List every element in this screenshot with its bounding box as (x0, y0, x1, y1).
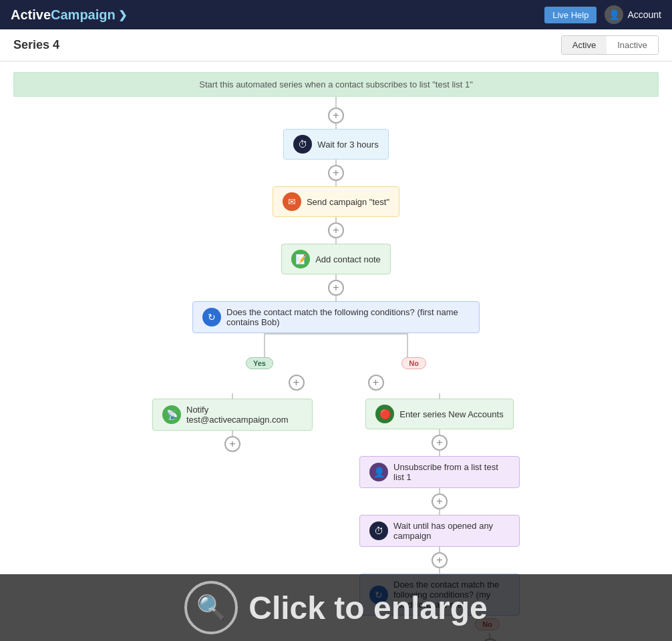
series-title: Series 4 (13, 38, 59, 52)
series-label: Enter series New Accounts (399, 409, 503, 419)
active-status-button[interactable]: Active (562, 36, 607, 54)
wait-campaign-node[interactable]: ⏱ Wait until has opened any campaign (359, 515, 520, 547)
wait-icon: ⏱ (293, 135, 312, 154)
flow-canvas: Start this automated series when a conta… (0, 61, 672, 641)
live-help-button[interactable]: Live Help (544, 7, 597, 23)
notify-label: Notify test@activecampaign.com (186, 405, 303, 425)
notify-icon: 📡 (162, 405, 181, 424)
unsubscribe-node[interactable]: 👤 Unsubscribe from a list test list 1 (359, 456, 520, 488)
logo-active-text: Active (11, 7, 51, 23)
condition1-icon: ↻ (202, 308, 221, 327)
branch-add-buttons: + + (192, 375, 480, 391)
add-button-after-wait[interactable]: + (328, 165, 344, 181)
account-avatar-icon: 👤 (605, 5, 623, 24)
logo-arrow-icon: ❯ (118, 9, 127, 21)
condition1-node-row: ↻ Does the contact match the following c… (192, 301, 480, 333)
app-logo: ActiveCampaign ❯ (11, 7, 127, 23)
note-label: Add contact note (315, 254, 381, 264)
condition1-label: Does the contact match the following con… (226, 307, 470, 327)
status-toggle: Active Inactive (561, 35, 659, 55)
add-button-yes-branch[interactable]: + (289, 375, 305, 391)
series-icon: 🔴 (375, 405, 394, 423)
branch-lines (192, 333, 480, 357)
wait-label: Wait for 3 hours (317, 140, 378, 150)
note-icon: 📝 (291, 250, 310, 268)
sub-header: Series 4 Active Inactive (0, 29, 672, 61)
add-button-after-unsubscribe[interactable]: + (432, 493, 448, 509)
condition1-node[interactable]: ↻ Does the contact match the following c… (192, 301, 480, 333)
series-node[interactable]: 🔴 Enter series New Accounts (365, 399, 513, 429)
start-banner: Start this automated series when a conta… (13, 72, 659, 97)
magnify-icon: 🔍 (184, 581, 238, 634)
add-button-after-send[interactable]: + (328, 222, 344, 238)
send-label: Send campaign "test" (307, 197, 389, 207)
app-header: ActiveCampaign ❯ Live Help 👤 Account (0, 0, 672, 29)
enlarge-overlay[interactable]: 🔍 Click to enlarge (0, 574, 672, 641)
add-button-no-branch[interactable]: + (368, 375, 384, 391)
add-button-top[interactable]: + (328, 108, 344, 124)
flow-wrapper: + ⏱ Wait for 3 hours + ✉ Send campaign "… (0, 97, 672, 641)
send-node-row: ✉ Send campaign "test" + (273, 186, 399, 244)
yes-badge: Yes (246, 357, 273, 369)
add-button-after-note[interactable]: + (328, 280, 344, 296)
wait-campaign-label: Wait until has opened any campaign (393, 521, 510, 541)
logo-campaign-text: Campaign (51, 7, 116, 23)
send-node[interactable]: ✉ Send campaign "test" (273, 186, 399, 217)
send-icon: ✉ (283, 192, 301, 211)
unsubscribe-icon: 👤 (369, 463, 388, 481)
inactive-status-button[interactable]: Inactive (607, 36, 658, 54)
wait-node-row: ⏱ Wait for 3 hours + (283, 129, 388, 186)
wait-campaign-icon: ⏱ (369, 521, 388, 540)
notify-node[interactable]: 📡 Notify test@activecampaign.com (152, 399, 313, 431)
header-actions: Live Help 👤 Account (544, 5, 661, 24)
add-button-after-wait-campaign[interactable]: + (432, 552, 448, 568)
node-row-top: + (328, 97, 344, 129)
note-node[interactable]: 📝 Add contact note (281, 244, 391, 274)
yes-no-badges: Yes No (192, 357, 480, 372)
note-node-row: 📝 Add contact note + (281, 244, 391, 301)
no-badge: No (401, 357, 426, 369)
account-button[interactable]: 👤 Account (605, 5, 661, 24)
account-label: Account (627, 9, 661, 20)
enlarge-label: Click to enlarge (248, 590, 487, 626)
unsubscribe-label: Unsubscribe from a list test list 1 (393, 462, 510, 482)
yes-branch: 📡 Notify test@activecampaign.com + (152, 393, 313, 452)
wait-node[interactable]: ⏱ Wait for 3 hours (283, 129, 388, 160)
add-button-after-notify[interactable]: + (224, 436, 240, 452)
add-button-after-series[interactable]: + (432, 435, 448, 451)
